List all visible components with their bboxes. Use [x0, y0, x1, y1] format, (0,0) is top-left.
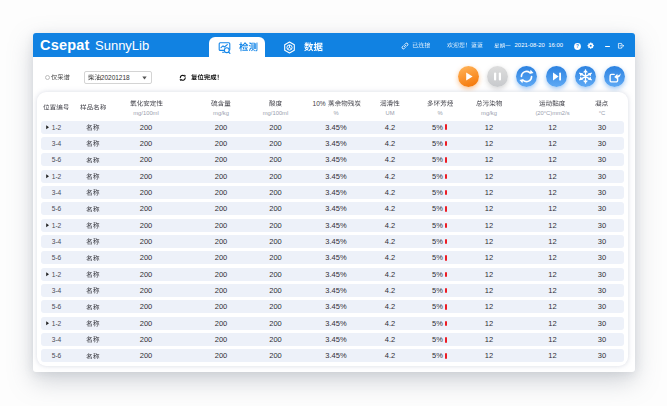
svg-text:?: ?: [576, 44, 579, 49]
